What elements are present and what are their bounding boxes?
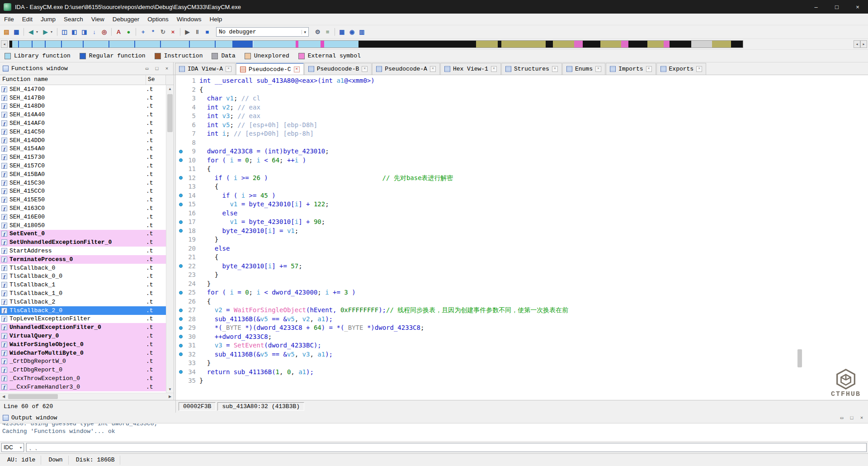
code-line[interactable]: 20 else	[176, 244, 868, 253]
code-line[interactable]: 4 int v2; // eax	[176, 103, 868, 112]
menu-item-jump[interactable]: Jump	[37, 16, 60, 23]
function-row[interactable]: fSEH_414AF0.t	[0, 119, 166, 128]
delete-icon[interactable]: ×	[168, 27, 178, 37]
scroll-track[interactable]	[166, 92, 174, 385]
function-row[interactable]: fVirtualQuery_0.t	[0, 332, 166, 340]
tab-enums[interactable]: Enums×	[562, 63, 605, 75]
tab-close-icon[interactable]: ×	[646, 66, 652, 72]
function-row[interactable]: fTerminateProcess_0.t	[0, 255, 166, 264]
stop-process-icon[interactable]: ■	[203, 27, 212, 37]
function-row[interactable]: fTlsCallback_1.t	[0, 281, 166, 289]
code-line[interactable]: 3 char v1; // cl	[176, 94, 868, 103]
output-minimize-icon[interactable]: ▭	[838, 415, 845, 421]
function-row[interactable]: fUnhandledExceptionFilter_0.t	[0, 323, 166, 332]
tab-close-icon[interactable]: ×	[430, 66, 436, 72]
menu-item-windows[interactable]: Windows	[173, 16, 206, 23]
function-row[interactable]: fSetUnhandledExceptionFilter_0.t	[0, 238, 166, 247]
menu-item-view[interactable]: View	[87, 16, 108, 23]
code-line[interactable]: 11 {	[176, 165, 868, 174]
function-row[interactable]: fSEH_414700.t	[0, 85, 166, 94]
code-line[interactable]: 5 int v3; // eax	[176, 112, 868, 121]
save-icon[interactable]: ▦	[12, 27, 21, 37]
function-row[interactable]: fSEH_416E00.t	[0, 213, 166, 221]
function-row[interactable]: fSEH_4148D0.t	[0, 102, 166, 111]
function-row[interactable]: fStartAddress.t	[0, 247, 166, 255]
code-line[interactable]: 28 sub_41136B(&v5 == &v5, v2, a1);	[176, 315, 868, 324]
code-line[interactable]: 35}	[176, 376, 868, 385]
jump-down-icon[interactable]: ↓	[90, 27, 99, 37]
pause-process-icon[interactable]: ‖	[193, 27, 202, 37]
analysis-ok-icon[interactable]: ●	[124, 27, 133, 37]
code-line[interactable]: 17 v1 = byte_423010[i] + 90;	[176, 218, 868, 227]
function-row[interactable]: fSEH_4157C0.t	[0, 162, 166, 170]
navband-zoom-in-icon[interactable]: ▸	[860, 40, 867, 48]
code-line[interactable]: 33 }	[176, 359, 868, 368]
function-row[interactable]: fWaitForSingleObject_0.t	[0, 340, 166, 349]
functions-float-icon[interactable]: □	[153, 66, 160, 71]
function-row[interactable]: fSEH_418050.t	[0, 221, 166, 230]
code-line[interactable]: 27 v2 = WaitForSingleObject(hEvent, 0xFF…	[176, 306, 868, 315]
tab-imports[interactable]: Imports×	[606, 63, 656, 75]
debugger-windows-icon[interactable]: ▦	[337, 27, 347, 37]
function-list[interactable]: fSEH_414700.tfSEH_4147B0.tfSEH_4148D0.tf…	[0, 85, 166, 393]
function-row[interactable]: fSEH_4163C0.t	[0, 204, 166, 213]
tab-close-icon[interactable]: ×	[294, 67, 300, 72]
open-file-icon[interactable]: ▤	[2, 27, 11, 37]
tab-pseudocode-a[interactable]: Pseudocode-A×	[372, 63, 440, 75]
function-row[interactable]: fTlsCallback_0.t	[0, 264, 166, 272]
tab-close-icon[interactable]: ×	[491, 66, 497, 72]
pseudocode-scroll-thumb[interactable]	[797, 349, 802, 367]
column-segment[interactable]: Se	[146, 75, 166, 85]
navband-scroll-left-icon[interactable]: ◂	[1, 40, 8, 48]
search-icon[interactable]: ◎	[99, 27, 109, 37]
code-line[interactable]: 10 for ( i = 0; i < 64; ++i )	[176, 156, 868, 165]
functions-minimize-icon[interactable]: ▭	[143, 66, 151, 71]
hscroll-thumb[interactable]	[8, 394, 58, 399]
code-line[interactable]: 1int __usercall sub_413A80@<eax>(int a1@…	[176, 76, 868, 86]
navigate-back-icon[interactable]: ◀	[26, 27, 36, 37]
function-row[interactable]: fWideCharToMultiByte_0.t	[0, 349, 166, 357]
jump-name-icon[interactable]: ◧	[70, 27, 79, 37]
function-row[interactable]: fSEH_414DD0.t	[0, 136, 166, 145]
function-row[interactable]: f_CrtDbgReport_0.t	[0, 366, 166, 374]
code-line[interactable]: 16 else	[176, 209, 868, 218]
add-struct-icon[interactable]: *	[148, 27, 158, 37]
tab-ida-view-a[interactable]: IDA View-A×	[175, 63, 236, 75]
code-line[interactable]: 26 {	[176, 297, 868, 306]
navband-zoom-out-icon[interactable]: ◂	[854, 40, 860, 48]
function-row[interactable]: fSEH_4147B0.t	[0, 94, 166, 102]
tab-close-icon[interactable]: ×	[552, 66, 558, 72]
code-line[interactable]: 25 for ( i = 0; i < dword_423000; i += 3…	[176, 288, 868, 297]
functions-horizontal-scrollbar[interactable]: ◀ ▶	[0, 393, 174, 400]
tab-close-icon[interactable]: ×	[696, 66, 702, 72]
debugger-select[interactable]: No debugger▾	[216, 27, 309, 37]
code-line[interactable]: 19 }	[176, 235, 868, 244]
tab-pseudocode-b[interactable]: Pseudocode-B×	[304, 63, 372, 75]
menu-item-edit[interactable]: Edit	[18, 16, 37, 23]
code-line[interactable]: 21 {	[176, 253, 868, 262]
navigate-forward-icon[interactable]: ▶	[41, 27, 50, 37]
code-line[interactable]: 23 }	[176, 271, 868, 280]
menu-item-options[interactable]: Options	[143, 16, 173, 23]
reanalyze-icon[interactable]: ↻	[158, 27, 168, 37]
column-function-name[interactable]: Function name	[0, 75, 146, 85]
function-row[interactable]: fSEH_414A40.t	[0, 110, 166, 119]
scroll-down-icon[interactable]: ▼	[166, 385, 174, 393]
functions-close-icon[interactable]: ×	[163, 66, 170, 71]
function-row[interactable]: fSEH_4154A0.t	[0, 145, 166, 153]
function-row[interactable]: fSEH_415730.t	[0, 153, 166, 162]
interpreter-select[interactable]: IDC ▾	[1, 443, 24, 452]
tab-hex-view-1[interactable]: Hex View-1×	[440, 63, 501, 75]
code-line[interactable]: 8	[176, 138, 868, 147]
watches-icon[interactable]: ▥	[357, 27, 367, 37]
function-row[interactable]: fTlsCallback_1_0.t	[0, 289, 166, 298]
output-float-icon[interactable]: □	[848, 415, 855, 421]
tab-pseudocode-c[interactable]: Pseudocode-C×	[236, 63, 304, 75]
code-line[interactable]: 31 v3 = SetEvent(dword_4233BC);	[176, 341, 868, 350]
scroll-right-icon[interactable]: ▶	[166, 393, 174, 400]
menu-item-file[interactable]: File	[0, 16, 18, 23]
function-row[interactable]: fTopLevelExceptionFilter.t	[0, 315, 166, 323]
pseudocode-pane[interactable]: 1int __usercall sub_413A80@<eax>(int a1@…	[176, 75, 868, 400]
chevron-down-icon[interactable]: ▾	[36, 30, 40, 34]
function-row[interactable]: fSEH_414C50.t	[0, 128, 166, 136]
